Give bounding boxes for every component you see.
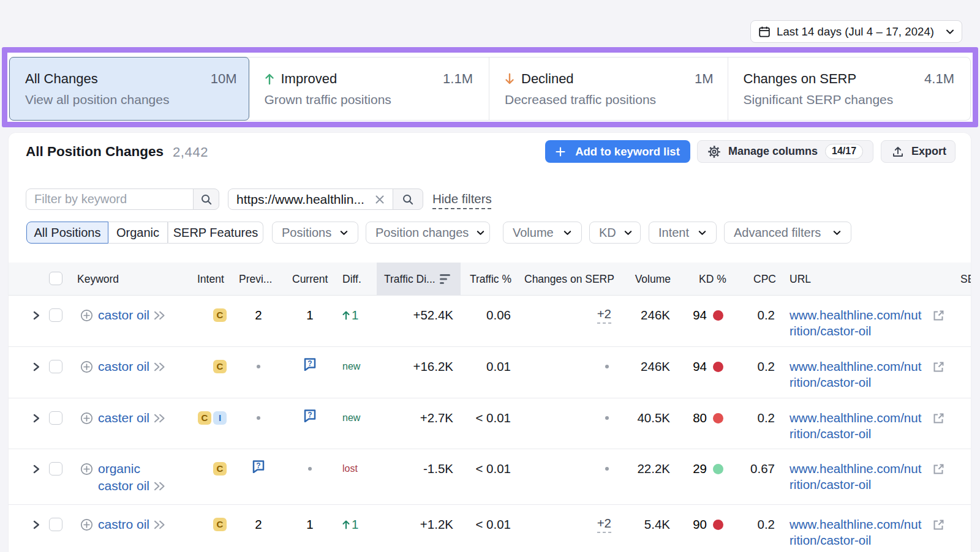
svg-text:?: ? bbox=[307, 359, 312, 368]
svg-text:?: ? bbox=[307, 411, 312, 419]
svg-text:?: ? bbox=[256, 461, 260, 470]
